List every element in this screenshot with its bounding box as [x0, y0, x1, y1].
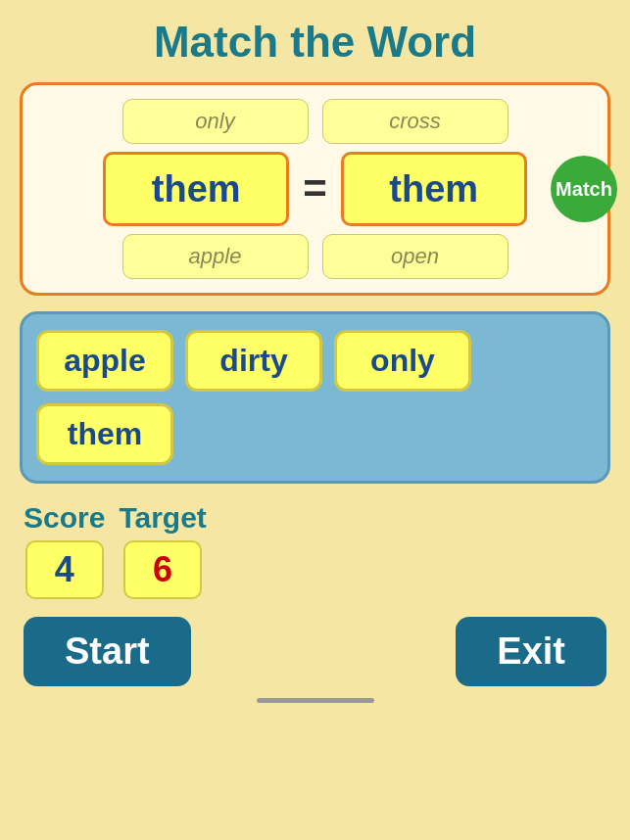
bank-word-them[interactable]: them — [36, 403, 173, 465]
bottom-buttons: Start Exit — [20, 617, 610, 686]
small-word-only[interactable]: only — [122, 99, 309, 144]
equals-sign: = — [303, 165, 327, 212]
small-words-top: only cross — [122, 99, 509, 144]
score-value: 4 — [25, 540, 104, 599]
word-bank-row-2: them — [36, 403, 594, 465]
main-word-row: them = them — [103, 152, 527, 226]
target-label: Target — [119, 501, 206, 535]
score-section: Score 4 Target 6 — [20, 501, 610, 599]
main-word-left[interactable]: them — [103, 152, 289, 226]
target-value: 6 — [123, 540, 202, 599]
word-bank-row-1: apple dirty only — [36, 330, 594, 392]
bank-word-dirty[interactable]: dirty — [185, 330, 322, 392]
small-words-bottom: apple open — [122, 234, 509, 279]
small-word-apple[interactable]: apple — [122, 234, 309, 279]
exit-button[interactable]: Exit — [456, 617, 606, 686]
target-block: Target 6 — [119, 501, 206, 599]
small-word-open[interactable]: open — [322, 234, 509, 279]
match-button[interactable]: Match — [551, 156, 617, 222]
match-card: only cross them = them apple open Match — [20, 82, 610, 296]
small-word-cross[interactable]: cross — [322, 99, 509, 144]
bank-word-apple[interactable]: apple — [36, 330, 173, 392]
page-title: Match the Word — [154, 18, 476, 67]
main-word-right[interactable]: them — [341, 152, 527, 226]
bottom-bar — [257, 698, 374, 703]
bank-word-only[interactable]: only — [334, 330, 471, 392]
score-block: Score 4 — [24, 501, 105, 599]
start-button[interactable]: Start — [24, 617, 191, 686]
score-label: Score — [24, 501, 105, 535]
word-bank: apple dirty only them — [20, 311, 610, 484]
